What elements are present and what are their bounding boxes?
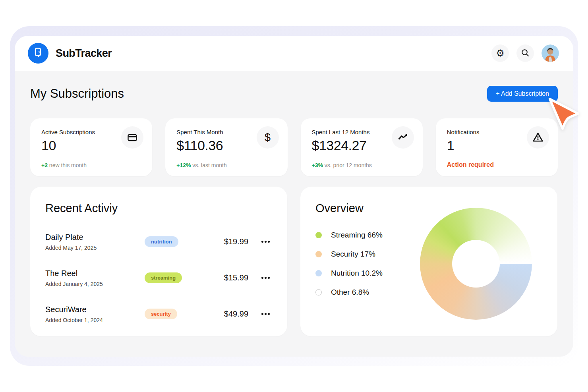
ellipsis-icon [261, 313, 263, 315]
category-badge: nutrition [145, 236, 178, 247]
subscription-price: $15.99 [210, 273, 248, 282]
header: SubTracker ⚙ [15, 36, 573, 71]
stat-card-spent-this-month: Spent This Month $110.36 $ +12% vs. last… [165, 118, 287, 176]
credit-card-icon [121, 126, 143, 149]
recent-activity-panel: Recent Activiy Daily Plate Added May 17,… [30, 187, 287, 336]
stat-note: vs. last month [191, 162, 226, 168]
category-badge: security [145, 309, 177, 319]
stat-note: new this month [48, 162, 87, 168]
subscription-added-date: Added January 4, 2025 [45, 281, 145, 287]
stat-delta: +12% [176, 162, 191, 168]
subscription-info: SecuriWare Added October 1, 2024 [45, 305, 145, 323]
legend-label: Security 17% [331, 250, 375, 259]
gear-icon: ⚙ [496, 48, 505, 58]
nutrition-dot-icon [315, 270, 322, 276]
page-body: My Subscriptions + Add Subscription Acti… [15, 71, 573, 336]
donut-hole [452, 240, 500, 288]
search-icon [521, 48, 530, 58]
list-item: The Reel Added January 4, 2025 streaming… [45, 260, 272, 296]
avatar[interactable] [542, 44, 559, 62]
security-dot-icon [315, 251, 322, 257]
stat-delta: +3% [312, 162, 323, 168]
overview-title: Overview [315, 202, 542, 215]
stat-footnote: +2 new this month [41, 162, 87, 168]
page-head: My Subscriptions + Add Subscription [30, 86, 558, 102]
stat-note: vs. prior 12 months [323, 162, 372, 168]
subscription-added-date: Added October 1, 2024 [45, 317, 145, 323]
row-menu-button[interactable] [248, 313, 272, 315]
subscription-name: The Reel [45, 269, 145, 278]
stat-alert: Action required [447, 161, 494, 168]
stat-footnote: +3% vs. prior 12 months [312, 162, 372, 168]
category-badge-cell: streaming [145, 272, 210, 283]
subscription-price: $49.99 [210, 309, 248, 319]
stat-card-notifications: Notifications 1 Action required [436, 118, 558, 176]
category-badge-cell: nutrition [145, 236, 210, 247]
trend-line-icon [392, 126, 414, 149]
row-menu-button[interactable] [248, 241, 272, 243]
recent-activity-title: Recent Activiy [45, 202, 272, 215]
search-button[interactable] [516, 44, 534, 62]
ellipsis-icon [261, 277, 263, 279]
legend-label: Other 6.8% [331, 288, 369, 297]
stats-row: Active Subscriptions 10 +2 new this mont… [30, 118, 558, 176]
stat-card-active-subscriptions: Active Subscriptions 10 +2 new this mont… [30, 118, 152, 176]
app-title: SubTracker [56, 47, 112, 60]
category-badge-cell: security [145, 309, 210, 319]
streaming-dot-icon [315, 232, 322, 238]
app-shell: SubTracker ⚙ [10, 26, 578, 366]
overview-panel: Overview Streaming 66% Security 17% N [300, 187, 557, 336]
page-title: My Subscriptions [30, 87, 124, 101]
card-hand-icon [32, 46, 44, 60]
list-item: Daily Plate Added May 17, 2025 nutrition… [45, 224, 272, 260]
subscription-name: SecuriWare [45, 305, 145, 314]
app-logo [28, 43, 48, 64]
subscription-name: Daily Plate [45, 233, 145, 242]
warning-triangle-icon [527, 126, 549, 149]
panels-row: Recent Activiy Daily Plate Added May 17,… [30, 187, 558, 336]
activity-list: Daily Plate Added May 17, 2025 nutrition… [45, 224, 272, 332]
row-menu-button[interactable] [248, 277, 272, 279]
stat-footnote: +12% vs. last month [176, 162, 226, 168]
other-dot-icon [315, 289, 322, 295]
subscription-info: Daily Plate Added May 17, 2025 [45, 233, 145, 251]
subscription-price: $19.99 [210, 237, 248, 246]
subscription-info: The Reel Added January 4, 2025 [45, 269, 145, 287]
add-subscription-button[interactable]: + Add Subscription [487, 86, 558, 102]
app-window: SubTracker ⚙ [15, 36, 573, 357]
stat-card-spent-12-months: Spent Last 12 Months $1324.27 +3% vs. pr… [301, 118, 423, 176]
category-badge: streaming [145, 272, 182, 283]
subscription-added-date: Added May 17, 2025 [45, 245, 145, 251]
dollar-icon: $ [257, 126, 279, 149]
legend-label: Nutrition 10.2% [331, 269, 383, 278]
stat-delta: +2 [41, 162, 48, 168]
ellipsis-icon [261, 241, 263, 243]
list-item: SecuriWare Added October 1, 2024 securit… [45, 296, 272, 332]
legend-label: Streaming 66% [331, 231, 383, 239]
settings-button[interactable]: ⚙ [491, 44, 509, 62]
donut-chart [420, 208, 532, 320]
